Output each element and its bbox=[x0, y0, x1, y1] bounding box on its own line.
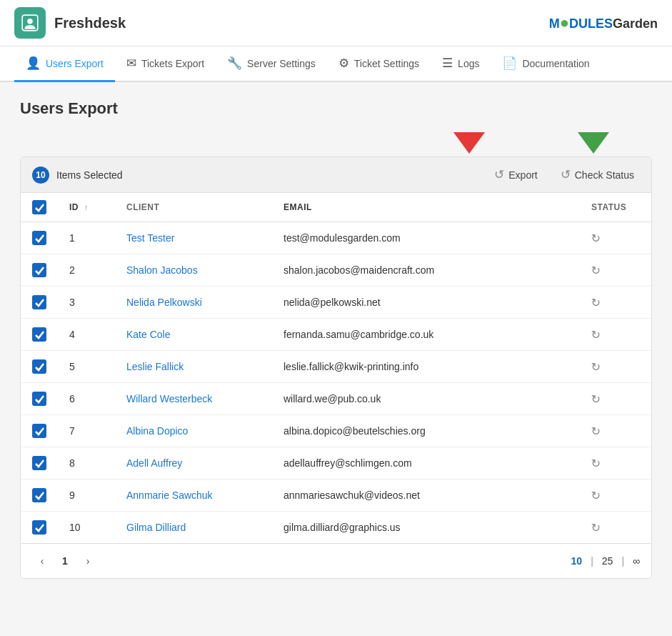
table-row: 3 Nelida Pelkowski nelida@pelkowski.net … bbox=[21, 287, 651, 319]
list-icon: ☰ bbox=[442, 56, 453, 71]
row-checkbox-8[interactable] bbox=[32, 456, 46, 470]
row-id-6: 6 bbox=[58, 383, 115, 415]
client-link-6[interactable]: Willard Westerbeck bbox=[126, 393, 212, 404]
pagination: ‹ 1 › 10 | 25 | ∞ bbox=[21, 543, 651, 578]
page-title: Users Export bbox=[20, 99, 652, 118]
nav-documentation[interactable]: 📄 Documentation bbox=[491, 46, 601, 82]
check-status-button[interactable]: ↺ Check Status bbox=[555, 164, 640, 185]
row-checkbox-4[interactable] bbox=[32, 327, 46, 342]
nav-users-export[interactable]: 👤 Users Export bbox=[14, 46, 115, 82]
client-link-2[interactable]: Shalon Jacobos bbox=[126, 264, 198, 276]
status-refresh-icon-9: ↺ bbox=[591, 489, 601, 502]
row-checkbox-cell bbox=[21, 480, 58, 512]
main-content: Users Export 10 Items Selected ↺ Export … bbox=[0, 82, 672, 596]
client-link-7[interactable]: Albina Dopico bbox=[126, 425, 188, 437]
client-link-9[interactable]: Annmarie Sawchuk bbox=[126, 490, 213, 501]
row-status-4: ↺ bbox=[580, 319, 651, 351]
row-checkbox-9[interactable] bbox=[32, 488, 46, 502]
row-email-3: nelida@pelkowski.net bbox=[272, 287, 580, 319]
row-checkbox-cell bbox=[21, 319, 58, 351]
table-row: 1 Test Tester test@modulesgarden.com ↺ bbox=[21, 222, 651, 254]
nav-tickets-export-label: Tickets Export bbox=[141, 58, 204, 69]
nav-documentation-label: Documentation bbox=[522, 58, 589, 69]
sort-arrow-icon: ↑ bbox=[84, 203, 89, 212]
status-refresh-icon-3: ↺ bbox=[591, 296, 601, 309]
row-checkbox-cell bbox=[21, 383, 58, 415]
select-all-checkbox[interactable] bbox=[32, 200, 46, 214]
app-name: Freshdesk bbox=[54, 15, 126, 31]
row-email-8: adellauffrey@schlimgen.com bbox=[272, 447, 580, 480]
row-id-3: 3 bbox=[58, 287, 115, 319]
row-checkbox-1[interactable] bbox=[32, 231, 46, 245]
status-refresh-icon-1: ↺ bbox=[591, 232, 601, 245]
row-client-9: Annmarie Sawchuk bbox=[115, 480, 272, 512]
toolbar-right: ↺ Export ↺ Check Status bbox=[488, 164, 640, 185]
row-checkbox-cell bbox=[21, 287, 58, 319]
row-client-4: Kate Cole bbox=[115, 319, 272, 351]
next-page-button[interactable]: › bbox=[78, 551, 98, 571]
row-checkbox-cell bbox=[21, 447, 58, 480]
status-refresh-icon-4: ↺ bbox=[591, 328, 601, 342]
app-header: Freshdesk M●DULESGarden bbox=[0, 0, 672, 46]
client-link-8[interactable]: Adell Auffrey bbox=[126, 457, 182, 469]
row-email-9: annmariesawchuk@videos.net bbox=[272, 480, 580, 512]
row-email-1: test@modulesgarden.com bbox=[272, 222, 580, 254]
client-link-1[interactable]: Test Tester bbox=[126, 232, 174, 244]
wrench-icon: 🔧 bbox=[227, 56, 242, 71]
page-navigation: ‹ 1 › bbox=[32, 551, 98, 571]
client-link-10[interactable]: Gilma Dilliard bbox=[126, 522, 186, 533]
per-page-25[interactable]: 25 bbox=[602, 555, 613, 567]
row-checkbox-5[interactable] bbox=[32, 359, 46, 374]
row-id-9: 9 bbox=[58, 480, 115, 512]
svg-point-1 bbox=[27, 19, 33, 24]
row-id-5: 5 bbox=[58, 351, 115, 383]
row-status-10: ↺ bbox=[580, 512, 651, 544]
nav-logs-label: Logs bbox=[458, 58, 479, 69]
table-row: 8 Adell Auffrey adellauffrey@schlimgen.c… bbox=[21, 447, 651, 480]
export-button[interactable]: ↺ Export bbox=[488, 164, 543, 185]
row-status-7: ↺ bbox=[580, 415, 651, 447]
table-header: ID ↑ CLIENT EMAIL STATUS bbox=[21, 193, 651, 222]
per-page-sep-2: | bbox=[621, 555, 624, 567]
nav-tickets-export[interactable]: ✉ Tickets Export bbox=[115, 46, 216, 82]
header-client: CLIENT bbox=[115, 193, 272, 222]
client-link-5[interactable]: Leslie Fallick bbox=[126, 361, 184, 372]
per-page-10[interactable]: 10 bbox=[571, 555, 583, 567]
row-checkbox-cell bbox=[21, 415, 58, 447]
row-checkbox-3[interactable] bbox=[32, 295, 46, 309]
check-status-refresh-icon: ↺ bbox=[561, 167, 571, 182]
gear-icon: ⚙ bbox=[338, 56, 349, 71]
header-email: EMAIL bbox=[272, 193, 580, 222]
client-link-4[interactable]: Kate Cole bbox=[126, 329, 170, 340]
nav-ticket-settings[interactable]: ⚙ Ticket Settings bbox=[327, 46, 431, 82]
row-status-2: ↺ bbox=[580, 254, 651, 287]
brand-logo: M●DULESGarden bbox=[549, 14, 658, 32]
row-client-2: Shalon Jacobos bbox=[115, 254, 272, 287]
row-checkbox-7[interactable] bbox=[32, 424, 46, 438]
client-link-3[interactable]: Nelida Pelkowski bbox=[126, 297, 202, 308]
status-col-label: STATUS bbox=[591, 202, 626, 212]
brand-dot: ● bbox=[560, 14, 569, 31]
person-icon: 👤 bbox=[26, 56, 41, 71]
table-row: 2 Shalon Jacobos shalon.jacobos@maidencr… bbox=[21, 254, 651, 287]
row-email-7: albina.dopico@beutelschies.org bbox=[272, 415, 580, 447]
header-id[interactable]: ID ↑ bbox=[58, 193, 115, 222]
per-page-selector: 10 | 25 | ∞ bbox=[571, 555, 640, 567]
table-row: 7 Albina Dopico albina.dopico@beutelschi… bbox=[21, 415, 651, 447]
row-id-7: 7 bbox=[58, 415, 115, 447]
table-toolbar: 10 Items Selected ↺ Export ↺ Check Statu… bbox=[21, 157, 651, 193]
prev-page-button[interactable]: ‹ bbox=[32, 551, 52, 571]
export-arrow-indicator bbox=[453, 132, 485, 154]
row-email-5: leslie.fallick@kwik-printing.info bbox=[272, 351, 580, 383]
row-checkbox-2[interactable] bbox=[32, 263, 46, 277]
row-checkbox-6[interactable] bbox=[32, 392, 46, 406]
main-nav: 👤 Users Export ✉ Tickets Export 🔧 Server… bbox=[0, 46, 672, 82]
per-page-all[interactable]: ∞ bbox=[633, 555, 640, 567]
row-checkbox-10[interactable] bbox=[32, 520, 46, 535]
row-client-10: Gilma Dilliard bbox=[115, 512, 272, 544]
nav-logs[interactable]: ☰ Logs bbox=[431, 46, 491, 82]
nav-server-settings[interactable]: 🔧 Server Settings bbox=[216, 46, 327, 82]
row-email-4: fernanda.samu@cambridge.co.uk bbox=[272, 319, 580, 351]
row-client-7: Albina Dopico bbox=[115, 415, 272, 447]
row-checkbox-cell bbox=[21, 512, 58, 544]
